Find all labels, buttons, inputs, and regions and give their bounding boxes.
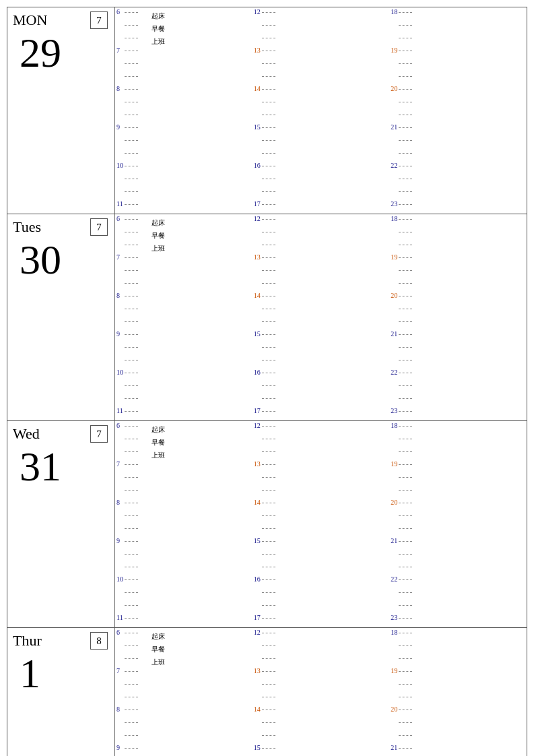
time-slot: 11 <box>115 615 149 627</box>
event-item[interactable]: 起床 <box>152 423 189 436</box>
time-slot: 17 <box>253 201 390 214</box>
time-filler <box>253 512 390 525</box>
time-filler <box>389 382 527 395</box>
time-slot: 20 <box>389 499 527 512</box>
event-item[interactable]: 上班 <box>152 242 189 255</box>
event-item[interactable]: 早餐 <box>152 643 189 656</box>
time-slot: 17 <box>253 615 390 627</box>
time-filler <box>115 732 149 745</box>
time-filler <box>389 474 527 486</box>
time-filler <box>115 228 149 241</box>
time-slot: 15 <box>253 124 390 137</box>
time-filler <box>115 589 149 602</box>
time-slot: 9 <box>115 745 149 756</box>
time-slot: 18 <box>389 216 527 228</box>
time-slot: 18 <box>389 422 527 435</box>
time-filler <box>253 448 390 461</box>
time-number: 19 <box>389 254 397 261</box>
time-slot: 21 <box>389 124 527 137</box>
time-filler <box>389 642 527 655</box>
day-number: 31 <box>13 445 109 487</box>
time-number: 19 <box>389 47 397 54</box>
time-filler <box>389 512 527 525</box>
time-number: 10 <box>115 576 123 583</box>
day-label: Tues307 <box>7 214 115 420</box>
time-slot: 16 <box>253 576 390 589</box>
time-filler <box>389 111 527 124</box>
time-number: 10 <box>115 369 123 376</box>
time-slot: 10 <box>115 369 149 382</box>
time-filler <box>115 73 149 86</box>
event-item[interactable]: 早餐 <box>152 229 189 242</box>
time-filler <box>253 563 390 576</box>
time-filler <box>253 681 390 693</box>
time-filler <box>115 267 149 280</box>
time-number: 22 <box>389 576 397 583</box>
time-filler <box>389 175 527 188</box>
time-filler <box>115 382 149 395</box>
time-slot: 15 <box>253 538 390 550</box>
time-filler <box>115 60 149 73</box>
time-filler <box>115 602 149 615</box>
day-row[interactable]: MON29767891011起床早餐上班12131415161718192021… <box>7 7 527 214</box>
time-filler <box>389 356 527 369</box>
event-item[interactable]: 上班 <box>152 656 189 668</box>
time-filler <box>389 267 527 280</box>
day-number: 1 <box>13 652 109 694</box>
time-filler <box>115 356 149 369</box>
time-slot: 6 <box>115 629 149 642</box>
time-slot: 17 <box>253 408 390 420</box>
day-row[interactable]: Thur1867891011起床早餐上班12131415161718192021… <box>7 628 527 756</box>
time-number: 9 <box>115 538 120 544</box>
time-filler <box>389 655 527 668</box>
time-number: 6 <box>115 216 120 222</box>
time-slot: 19 <box>389 668 527 681</box>
event-item[interactable]: 起床 <box>152 9 189 22</box>
time-slot: 19 <box>389 47 527 60</box>
time-slot: 14 <box>253 499 390 512</box>
time-filler <box>253 655 390 668</box>
time-number: 22 <box>389 369 397 376</box>
time-number: 15 <box>253 331 261 338</box>
time-slot: 23 <box>389 615 527 627</box>
day-row[interactable]: Wed31767891011起床早餐上班12131415161718192021… <box>7 421 527 628</box>
time-slot: 7 <box>115 461 149 474</box>
time-filler <box>253 188 390 201</box>
time-slot: 20 <box>389 292 527 305</box>
event-item[interactable]: 早餐 <box>152 436 189 449</box>
time-col-3: 181920212223 <box>389 421 527 627</box>
event-col: 起床早餐上班 <box>149 421 189 627</box>
time-slot: 16 <box>253 369 390 382</box>
time-slot: 12 <box>253 629 390 642</box>
time-number: 18 <box>389 629 397 636</box>
time-filler <box>389 60 527 73</box>
time-slot: 15 <box>253 745 390 756</box>
time-number: 15 <box>253 538 261 544</box>
event-item[interactable]: 早餐 <box>152 22 189 35</box>
time-slot: 19 <box>389 461 527 474</box>
time-number: 9 <box>115 745 120 751</box>
event-item[interactable]: 起床 <box>152 216 189 229</box>
time-col-2: 121314151617 <box>253 421 390 627</box>
time-number: 19 <box>389 461 397 468</box>
time-grid: 67891011起床早餐上班121314151617181920212223 <box>115 214 527 420</box>
event-col: 起床早餐上班 <box>149 7 189 214</box>
event-item[interactable]: 上班 <box>152 35 189 48</box>
time-slot: 7 <box>115 254 149 267</box>
day-row[interactable]: Tues30767891011起床早餐上班1213141516171819202… <box>7 214 527 421</box>
time-slot: 21 <box>389 745 527 756</box>
time-filler <box>253 150 390 162</box>
time-filler <box>253 22 390 34</box>
time-number: 20 <box>389 86 397 92</box>
time-slot: 9 <box>115 538 149 550</box>
time-number: 7 <box>115 461 120 468</box>
event-item[interactable]: 起床 <box>152 630 189 643</box>
time-number: 17 <box>253 201 261 208</box>
time-number: 11 <box>115 201 123 208</box>
time-filler <box>115 395 149 408</box>
time-slot: 6 <box>115 9 149 22</box>
time-filler <box>389 305 527 318</box>
event-item[interactable]: 上班 <box>152 449 189 462</box>
time-number: 8 <box>115 706 120 713</box>
time-slot: 10 <box>115 576 149 589</box>
